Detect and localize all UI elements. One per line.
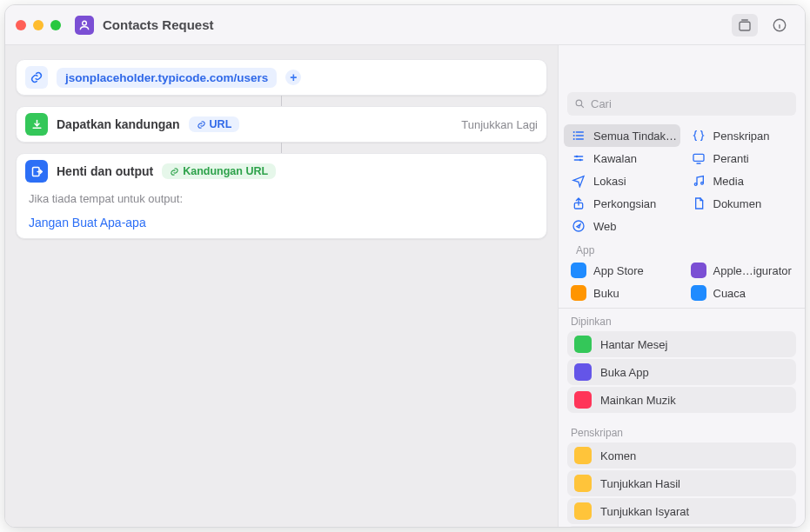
category-label: Semua Tindak… <box>593 130 677 143</box>
workflow-canvas[interactable]: jsonplaceholder.typicode.com/users + Dap… <box>5 45 558 527</box>
library-button[interactable] <box>732 14 758 37</box>
minimize-window-button[interactable] <box>33 20 44 30</box>
app-icon <box>571 285 586 301</box>
url-variable-pill[interactable]: URL <box>189 116 240 132</box>
action-list: KomenTunjukkan HasilTunjukkan IsyaratMin… <box>559 442 805 527</box>
url-value[interactable]: jsonplaceholder.typicode.com/users <box>57 68 277 88</box>
category-list[interactable]: Semua Tindak… <box>564 124 680 147</box>
lines-icon <box>574 447 592 464</box>
svg-point-5 <box>576 100 582 106</box>
app-item[interactable]: App Store <box>564 259 680 282</box>
app-label: Apple…igurator <box>713 264 792 277</box>
category-share[interactable]: Perkongsian <box>564 192 680 215</box>
link-icon <box>25 66 48 89</box>
variable-label: Kandungan URL <box>183 165 268 177</box>
category-label: Perkongsian <box>593 197 656 210</box>
share-icon <box>571 196 586 211</box>
action-url[interactable]: jsonplaceholder.typicode.com/users + <box>16 59 547 96</box>
action-label: Tunjukkan Isyarat <box>600 505 689 518</box>
doc-icon <box>691 196 706 211</box>
category-sliders[interactable]: Kawalan <box>564 147 680 170</box>
action-item[interactable]: Buka App <box>567 359 796 385</box>
svg-point-8 <box>573 138 575 140</box>
body: jsonplaceholder.typicode.com/users + Dap… <box>5 45 805 527</box>
music-icon <box>691 173 706 189</box>
close-window-button[interactable] <box>16 20 26 30</box>
category-doc[interactable]: Dokumen <box>684 192 800 215</box>
output-subtitle: Jika tiada tempat untuk output: <box>17 189 546 214</box>
app-item[interactable]: Buku <box>564 282 680 304</box>
action-item[interactable]: Mainkan Muzik <box>567 387 796 413</box>
app-label: Buku <box>593 287 619 300</box>
category-label: Dokumen <box>713 197 762 210</box>
action-stop-output[interactable]: Henti dan output Kandungan URL Jika tiad… <box>16 153 547 239</box>
category-location[interactable]: Lokasi <box>564 170 680 192</box>
music-icon <box>574 391 592 409</box>
category-label: Web <box>593 220 617 233</box>
svg-rect-11 <box>693 154 704 161</box>
window-controls <box>16 20 61 30</box>
search-input[interactable]: Cari <box>567 92 796 116</box>
category-music[interactable]: Media <box>684 170 800 192</box>
apps-grid: App StoreApple…iguratorBukuCuaca <box>564 259 800 304</box>
variable-label: URL <box>210 118 232 130</box>
svg-point-13 <box>700 182 703 184</box>
action-item[interactable]: Tunjukkan Isyarat <box>567 498 796 524</box>
action-item[interactable]: Minta Input <box>567 526 796 527</box>
action-label: Mainkan Muzik <box>600 394 676 407</box>
zoom-window-button[interactable] <box>50 20 61 30</box>
shortcut-title: Contacts Request <box>103 17 214 32</box>
action-label: Komen <box>600 449 636 462</box>
add-url-button[interactable]: + <box>285 70 301 85</box>
connector <box>281 96 282 106</box>
action-label: Tunjukkan Hasil <box>600 477 680 490</box>
svg-point-12 <box>694 183 697 186</box>
app-window: Contacts Request jsonplacehold <box>4 4 806 528</box>
show-more-button[interactable]: Tunjukkan Lagi <box>461 118 538 131</box>
svg-point-10 <box>579 159 582 162</box>
shortcut-icon <box>75 16 94 35</box>
sidebar-toolbar <box>558 5 805 45</box>
output-icon <box>25 160 48 183</box>
action-item[interactable]: Tunjukkan Hasil <box>567 470 796 496</box>
category-display[interactable]: Peranti <box>684 147 800 170</box>
alert-icon <box>574 502 592 520</box>
output-option[interactable]: Jangan Buat Apa-apa <box>17 214 546 238</box>
action-title: Henti dan output <box>57 164 153 178</box>
action-get-contents[interactable]: Dapatkan kandungan URL Tunjukkan Lagi <box>16 106 547 143</box>
category-label: Lokasi <box>593 175 626 188</box>
search-placeholder: Cari <box>591 97 612 110</box>
app-item[interactable]: Apple…igurator <box>684 259 800 282</box>
svg-rect-2 <box>740 22 750 30</box>
categories: Semua Tindak…PenskripanKawalanPerantiLok… <box>559 123 805 304</box>
action-label: Hantar Mesej <box>600 338 667 351</box>
message-icon <box>574 336 592 353</box>
app-icon <box>691 263 706 278</box>
category-label: Penskripan <box>713 130 770 143</box>
app-icon <box>571 263 586 278</box>
action-list: Hantar MesejBuka AppMainkan Muzik <box>559 331 805 420</box>
compass-icon <box>571 218 586 234</box>
action-item[interactable]: Komen <box>567 442 796 469</box>
section-heading: Penskripan <box>559 420 805 442</box>
search-icon <box>574 98 586 110</box>
category-braces[interactable]: Penskripan <box>684 124 800 147</box>
action-item[interactable]: Hantar Mesej <box>567 331 796 357</box>
svg-point-6 <box>573 131 575 133</box>
svg-point-0 <box>83 21 87 25</box>
action-title: Dapatkan kandungan <box>57 117 180 131</box>
section-heading: Dipinkan <box>559 309 805 331</box>
actions-panel: DipinkanHantar MesejBuka AppMainkan Muzi… <box>559 308 805 527</box>
app-icon <box>691 285 706 301</box>
connector <box>281 143 282 153</box>
category-compass[interactable]: Web <box>564 215 680 237</box>
app-label: App Store <box>593 264 644 277</box>
info-button[interactable] <box>766 14 793 37</box>
action-label: Buka App <box>600 366 649 379</box>
download-icon <box>25 113 48 136</box>
content-variable-pill[interactable]: Kandungan URL <box>162 163 276 179</box>
app-item[interactable]: Cuaca <box>684 282 800 304</box>
category-label: Peranti <box>713 152 749 165</box>
eye-icon <box>574 475 592 492</box>
category-label: Media <box>713 175 744 188</box>
